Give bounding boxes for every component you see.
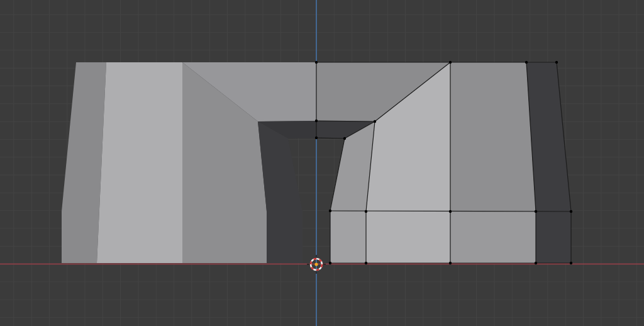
mesh-face-left-light[interactable] [97, 62, 182, 263]
mesh-vertex[interactable] [535, 210, 537, 213]
mesh-vertex[interactable] [449, 210, 452, 213]
mesh-vertex[interactable] [535, 262, 537, 264]
mesh-vertex[interactable] [555, 61, 558, 64]
mesh-vertex[interactable] [570, 210, 572, 213]
mesh-vertex[interactable] [365, 210, 367, 213]
mesh-vertex[interactable] [374, 120, 376, 123]
mesh-face-base-strip-1[interactable] [330, 211, 366, 263]
mesh-vertex[interactable] [329, 210, 331, 212]
mesh-vertex[interactable] [315, 61, 318, 64]
mesh-vertex[interactable] [315, 120, 318, 122]
mesh-vertex[interactable] [315, 137, 318, 139]
mesh-face-base-strip-3[interactable] [450, 211, 536, 263]
cursor-3d-center-dot [314, 262, 318, 266]
mesh-vertex[interactable] [449, 61, 452, 64]
viewport-canvas[interactable] [0, 0, 644, 326]
mesh-vertex[interactable] [525, 61, 528, 64]
mesh-face-base-strip-2[interactable] [366, 211, 450, 263]
blender-3d-viewport[interactable] [0, 0, 644, 326]
mesh-vertex[interactable] [365, 262, 367, 264]
mesh-vertex[interactable] [570, 262, 572, 264]
mesh-vertex[interactable] [343, 137, 346, 140]
mesh-vertex[interactable] [449, 262, 452, 264]
mesh-face-right-mid[interactable] [450, 62, 536, 211]
mesh-face-base-strip-4-dark[interactable] [536, 211, 571, 263]
mesh-vertex[interactable] [329, 262, 331, 264]
